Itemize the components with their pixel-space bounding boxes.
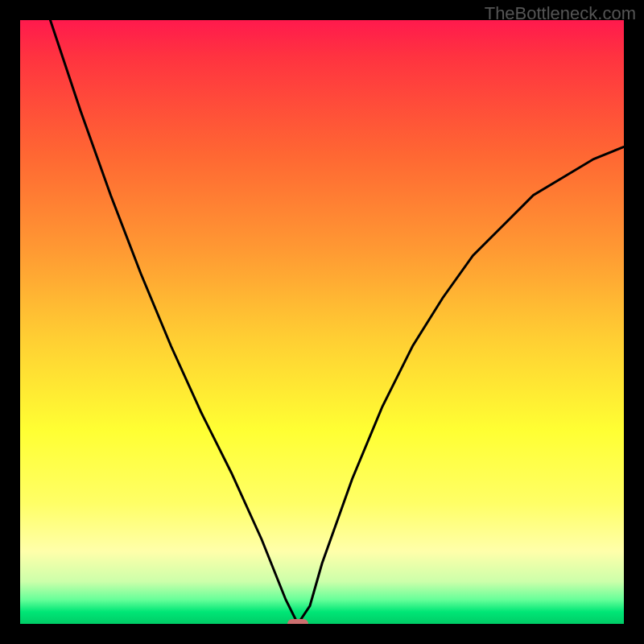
- minimum-marker: [287, 619, 308, 624]
- plot-area: [20, 20, 624, 624]
- watermark-text: TheBottleneck.com: [485, 3, 636, 24]
- curve-svg: [20, 20, 624, 624]
- bottleneck-curve-path: [20, 20, 624, 624]
